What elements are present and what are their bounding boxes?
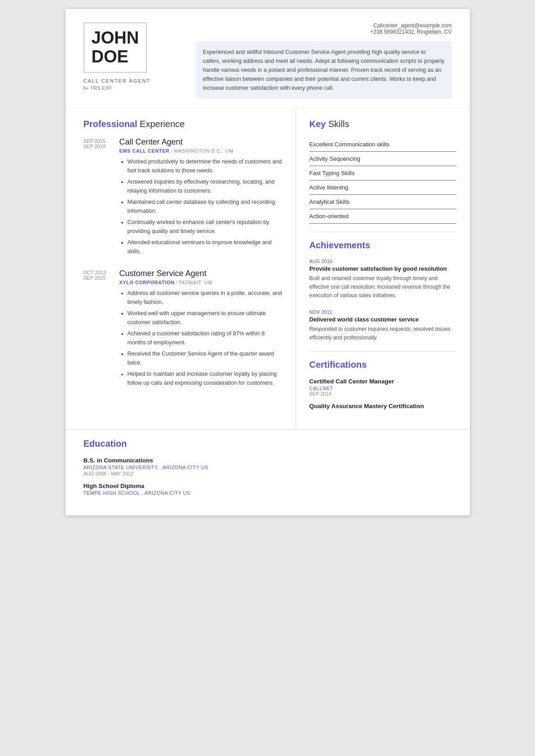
bullet-1-0: Worked productively to determine the nee… bbox=[128, 157, 282, 175]
edu-entry-1: B.S. in Communications ARIZONA STATE UNI… bbox=[84, 457, 456, 476]
edu-entry-2: High School Diploma TEMPE HIGH SCHOOL , … bbox=[84, 483, 456, 496]
achievements-certs-divider bbox=[310, 351, 456, 352]
bullet-list-2: Address all customer service queries in … bbox=[119, 289, 282, 387]
header-right: Callcenter_agent@example.com +238 569832… bbox=[182, 22, 452, 99]
cert-date-1: SEP 2014 bbox=[310, 391, 456, 396]
edu-dates-1: AUG 2008 - MAY 2012 bbox=[84, 471, 456, 476]
education-title: Education bbox=[84, 439, 456, 449]
bullet-2-4: Helped to maintain and increase customer… bbox=[128, 369, 282, 387]
ach-bold: Achievements bbox=[310, 240, 371, 250]
achievement-title-1: Provide customer satisfaction by good re… bbox=[310, 265, 456, 272]
achievement-2: NOV 2011 Delivered world class customer … bbox=[310, 309, 456, 342]
skill-5: Action-oriented bbox=[310, 209, 456, 224]
ks-bold: Key bbox=[310, 119, 326, 129]
contact-info: Callcenter_agent@example.com +238 569832… bbox=[196, 22, 452, 35]
cert-issuer-1: CALLNET bbox=[310, 386, 456, 391]
exp-date-end-1: SEP 2019 bbox=[84, 144, 119, 149]
job-title-1: Call Center Agent bbox=[119, 137, 282, 147]
experience-entry-2: OCT 2013 SEP 2015 Customer Service Agent… bbox=[84, 269, 282, 390]
skill-4: Analytical Skills bbox=[310, 195, 456, 209]
edu-bold: Education bbox=[84, 439, 127, 448]
exp-dates-2: OCT 2013 SEP 2015 bbox=[84, 269, 119, 390]
job-title-header: CALL CENTER AGENT bbox=[84, 78, 182, 84]
edu-degree-1: B.S. in Communications bbox=[84, 457, 456, 464]
exp-date-end-2: SEP 2015 bbox=[84, 275, 119, 281]
skill-1: Activity Sequencing bbox=[310, 152, 456, 166]
achievement-title-2: Delivered world class customer service bbox=[310, 316, 456, 323]
edu-degree-2: High School Diploma bbox=[84, 483, 456, 489]
company-location-2: TADMAIT, UM bbox=[178, 280, 212, 285]
right-column: Key Skills Excellent Communication skill… bbox=[296, 108, 470, 429]
phone-address: +238 5698321432, Ringleben, CV bbox=[196, 29, 452, 35]
skill-2: Fast Typing Skills bbox=[310, 166, 456, 180]
summary: Experienced and skillful Inbound Custome… bbox=[196, 41, 452, 99]
resume-header: JOHN DOE CALL CENTER AGENT 6+ YRS EXP. C… bbox=[66, 9, 470, 108]
bullet-1-4: Attended educational seminars to improve… bbox=[128, 238, 282, 256]
email: Callcenter_agent@example.com bbox=[196, 22, 452, 29]
ks-light: Skills bbox=[326, 119, 349, 129]
achievement-date-1: AUG 2016 bbox=[310, 259, 456, 264]
company-line-2: XYLO CORPORATION / TADMAIT, UM bbox=[119, 280, 282, 285]
exp-content-1: Call Center Agent EMS CALL CENTER / WASH… bbox=[119, 137, 282, 258]
education-section: Education B.S. in Communications ARIZONA… bbox=[66, 429, 470, 515]
bullet-list-1: Worked productively to determine the nee… bbox=[119, 157, 282, 256]
company-name-1: EMS CALL CENTER bbox=[119, 148, 170, 154]
first-name: JOHN bbox=[92, 29, 139, 48]
header-left: JOHN DOE CALL CENTER AGENT 6+ YRS EXP. bbox=[84, 22, 182, 99]
exp-date-start-1: SEP 2015 bbox=[84, 138, 119, 144]
company-location-1: WASHINGTON D.C., UM bbox=[174, 148, 234, 154]
main-body: Professional Experience SEP 2015 SEP 201… bbox=[66, 108, 470, 429]
resume-document: JOHN DOE CALL CENTER AGENT 6+ YRS EXP. C… bbox=[66, 9, 470, 515]
company-line-1: EMS CALL CENTER / WASHINGTON D.C., UM bbox=[119, 148, 282, 154]
pe-light: Experience bbox=[137, 119, 185, 129]
cert-1: Certified Call Center Manager CALLNET SE… bbox=[310, 378, 456, 396]
exp-dates-1: SEP 2015 SEP 2019 bbox=[84, 137, 119, 258]
achievement-desc-2: Responded to customer inquiries requests… bbox=[310, 325, 456, 342]
achievements-title: Achievements bbox=[310, 240, 456, 251]
left-column: Professional Experience SEP 2015 SEP 201… bbox=[66, 108, 296, 429]
last-name: DOE bbox=[92, 48, 139, 66]
edu-school-1: ARIZONA STATE UNIVERSITY , ARIZONA CITY … bbox=[84, 465, 456, 470]
exp-content-2: Customer Service Agent XYLO CORPORATION … bbox=[119, 269, 282, 390]
cert-name-1: Certified Call Center Manager bbox=[310, 378, 456, 385]
cert-name-2: Quality Assurance Mastery Certification bbox=[310, 403, 456, 409]
bullet-2-3: Received the Customer Service Agent of t… bbox=[128, 349, 282, 367]
bullet-2-1: Worked well with upper management to ens… bbox=[128, 309, 282, 327]
skill-3: Active listening bbox=[310, 180, 456, 195]
exp-date-start-2: OCT 2013 bbox=[84, 270, 119, 275]
bullet-2-2: Achieved a customer satisfaction rating … bbox=[128, 329, 282, 347]
achievement-date-2: NOV 2011 bbox=[310, 309, 456, 315]
skill-0: Excellent Communication skills bbox=[310, 137, 456, 152]
achievement-desc-1: Built and retained customer loyalty thro… bbox=[310, 274, 456, 300]
professional-experience-title: Professional Experience bbox=[84, 119, 282, 129]
company-name-2: XYLO CORPORATION bbox=[119, 280, 175, 285]
years-experience: 6+ YRS EXP. bbox=[84, 85, 182, 91]
bullet-1-1: Answered inquiries by effectively resear… bbox=[128, 177, 282, 195]
job-title-2: Customer Service Agent bbox=[119, 269, 282, 278]
skills-achievements-divider bbox=[310, 232, 456, 232]
experience-entry-1: SEP 2015 SEP 2019 Call Center Agent EMS … bbox=[84, 137, 282, 258]
pe-bold: Professional bbox=[84, 119, 137, 129]
bullet-1-2: Maintained call center database by colle… bbox=[128, 198, 282, 215]
skills-list: Excellent Communication skills Activity … bbox=[310, 137, 456, 224]
certifications-title: Certifications bbox=[310, 360, 456, 370]
achievement-1: AUG 2016 Provide customer satisfaction b… bbox=[310, 259, 456, 300]
bullet-1-3: Continually worked to enhance call cente… bbox=[128, 218, 282, 236]
cert-bold: Certifications bbox=[310, 360, 367, 369]
edu-school-2: TEMPE HIGH SCHOOL , ARIZONA CITY US bbox=[84, 490, 456, 496]
bullet-2-0: Address all customer service queries in … bbox=[128, 289, 282, 307]
cert-2: Quality Assurance Mastery Certification bbox=[310, 403, 456, 409]
key-skills-title: Key Skills bbox=[310, 119, 456, 129]
name-box: JOHN DOE bbox=[84, 22, 147, 73]
